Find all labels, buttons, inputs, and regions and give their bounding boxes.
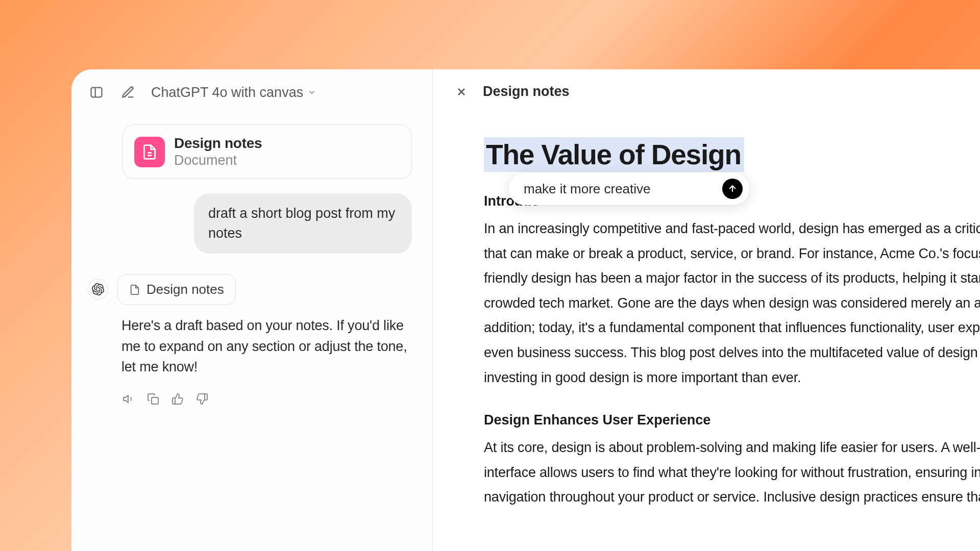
chevron-down-icon	[307, 88, 316, 97]
canvas-title: Design notes	[483, 84, 570, 99]
model-name: ChatGPT 4o with canvas	[151, 85, 303, 101]
attachment-card[interactable]: Design notes Document	[122, 124, 412, 179]
user-message: draft a short blog post from my notes	[194, 193, 412, 254]
sidebar-toggle-icon[interactable]	[88, 84, 105, 101]
canvas-chip-label: Design notes	[146, 282, 224, 297]
top-bar: ChatGPT 4o with canvas	[88, 84, 416, 101]
svg-rect-0	[91, 88, 102, 97]
inline-prompt[interactable]: make it more creative	[508, 172, 750, 205]
document-icon	[134, 137, 165, 167]
document-heading[interactable]: The Value of Design	[484, 137, 744, 172]
assistant-message: Here's a draft based on your notes. If y…	[121, 315, 412, 378]
inline-prompt-text[interactable]: make it more creative	[524, 181, 651, 197]
chat-panel: ChatGPT 4o with canvas Design notes Docu…	[71, 69, 433, 551]
thumbs-up-icon[interactable]	[170, 392, 185, 406]
document-small-icon	[129, 284, 140, 295]
arrow-up-icon	[727, 184, 738, 194]
canvas-chip[interactable]: Design notes	[117, 274, 236, 305]
assistant-row: Design notes	[88, 274, 416, 305]
copy-icon[interactable]	[146, 392, 160, 406]
body-paragraph-2: At its core, design is about problem-sol…	[484, 435, 980, 510]
svg-marker-4	[124, 395, 128, 403]
svg-rect-5	[152, 397, 158, 404]
message-actions	[121, 392, 416, 406]
attachment-subtitle: Document	[174, 153, 262, 168]
close-icon[interactable]	[454, 85, 469, 99]
body-paragraph-1: In an increasingly competitive and fast-…	[484, 216, 980, 390]
attachment-title: Design notes	[174, 135, 262, 152]
canvas-header: Design notes	[454, 84, 980, 99]
speaker-icon[interactable]	[121, 392, 136, 406]
model-selector[interactable]: ChatGPT 4o with canvas	[151, 85, 316, 101]
app-window: ChatGPT 4o with canvas Design notes Docu…	[71, 69, 980, 551]
assistant-avatar-icon	[88, 279, 108, 299]
thumbs-down-icon[interactable]	[195, 392, 209, 406]
send-button[interactable]	[722, 179, 743, 199]
section-heading-2: Design Enhances User Experience	[484, 412, 980, 428]
canvas-panel: Design notes The Value of Design Introdu…	[433, 69, 980, 551]
new-chat-icon[interactable]	[119, 84, 137, 101]
